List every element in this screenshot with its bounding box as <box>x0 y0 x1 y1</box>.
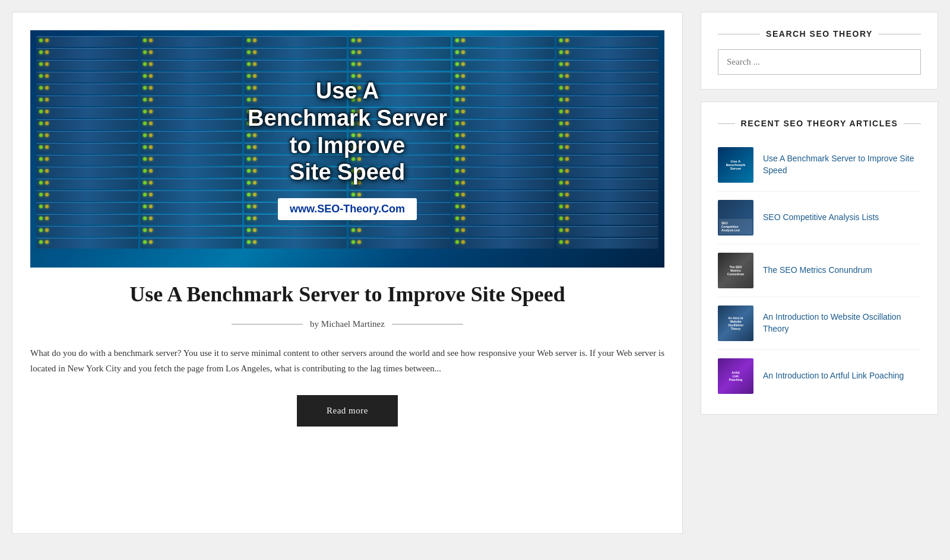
article-hero-image: Use A Benchmark Server to Improve Site S… <box>30 30 664 268</box>
page-wrapper: Use A Benchmark Server to Improve Site S… <box>12 12 938 548</box>
recent-articles-widget: RECENT SEO THEORY ARTICLES Use ABenchmar… <box>701 101 938 415</box>
article-list-title-4[interactable]: An Introduction to Website Oscillation T… <box>763 311 921 335</box>
list-item[interactable]: Use ABenchmarkServer Use A Benchmark Ser… <box>718 139 921 192</box>
article-thumb-3: The SEOMetricsConundrum <box>718 253 753 288</box>
title-line-left <box>718 34 760 34</box>
article-thumb-5: ArtfulLinkPoaching <box>718 358 753 394</box>
article-list-title-2[interactable]: SEO Competitive Analysis Lists <box>763 212 879 224</box>
sidebar: SEARCH SEO THEORY RECENT SEO THEORY ARTI… <box>701 12 938 415</box>
list-item[interactable]: An Intro toWebsiteOscillationTheory An I… <box>718 297 921 350</box>
thumb-benchmark-image: Use ABenchmarkServer <box>718 147 753 183</box>
article-image-title: Use A Benchmark Server to Improve Site S… <box>248 78 447 186</box>
article-author: by Michael Martinez <box>310 319 385 329</box>
thumb-text: SEOCompetitiveAnalysis List <box>719 219 752 234</box>
article-thumb-1: Use ABenchmarkServer <box>718 147 753 183</box>
recent-articles-title: RECENT SEO THEORY ARTICLES <box>718 119 921 128</box>
list-item[interactable]: The SEOMetricsConundrum The SEO Metrics … <box>718 244 921 297</box>
article-thumb-2: SEOCompetitiveAnalysis List <box>718 200 753 236</box>
article-excerpt: What do you do with a benchmark server? … <box>30 346 664 376</box>
search-input[interactable] <box>718 49 921 75</box>
article-image-url: www.SEO-Theory.Com <box>278 198 417 220</box>
thumb-metrics-image: The SEOMetricsConundrum <box>718 253 753 288</box>
read-more-button[interactable]: Read more <box>297 395 398 427</box>
article-thumb-4: An Intro toWebsiteOscillationTheory <box>718 306 753 341</box>
list-item[interactable]: ArtfulLinkPoaching An Introduction to Ar… <box>718 350 921 402</box>
title-line-right <box>879 34 921 34</box>
author-line-right <box>392 324 463 324</box>
list-item[interactable]: SEOCompetitiveAnalysis List SEO Competit… <box>718 192 921 244</box>
article-title: Use A Benchmark Server to Improve Site S… <box>30 282 664 307</box>
article-list-title-3[interactable]: The SEO Metrics Conundrum <box>763 265 872 276</box>
search-widget: SEARCH SEO THEORY <box>701 12 938 90</box>
thumb-artful-image: ArtfulLinkPoaching <box>718 358 753 394</box>
title-line-right-2 <box>904 123 921 124</box>
article-image-overlay: Use A Benchmark Server to Improve Site S… <box>30 30 664 268</box>
main-content: Use A Benchmark Server to Improve Site S… <box>12 12 683 534</box>
author-line-left <box>232 324 303 324</box>
article-author-row: by Michael Martinez <box>30 319 664 329</box>
search-widget-title: SEARCH SEO THEORY <box>718 29 921 39</box>
article-list-title-1[interactable]: Use A Benchmark Server to Improve Site S… <box>763 153 921 176</box>
thumb-seo-comp-image: SEOCompetitiveAnalysis List <box>718 200 753 236</box>
title-line-left-2 <box>718 123 735 124</box>
article-image-wrapper: Use A Benchmark Server to Improve Site S… <box>30 30 664 268</box>
thumb-text: Use ABenchmarkServer <box>725 158 747 171</box>
article-list-title-5[interactable]: An Introduction to Artful Link Poaching <box>763 370 904 382</box>
thumb-website-image: An Intro toWebsiteOscillationTheory <box>718 306 753 341</box>
